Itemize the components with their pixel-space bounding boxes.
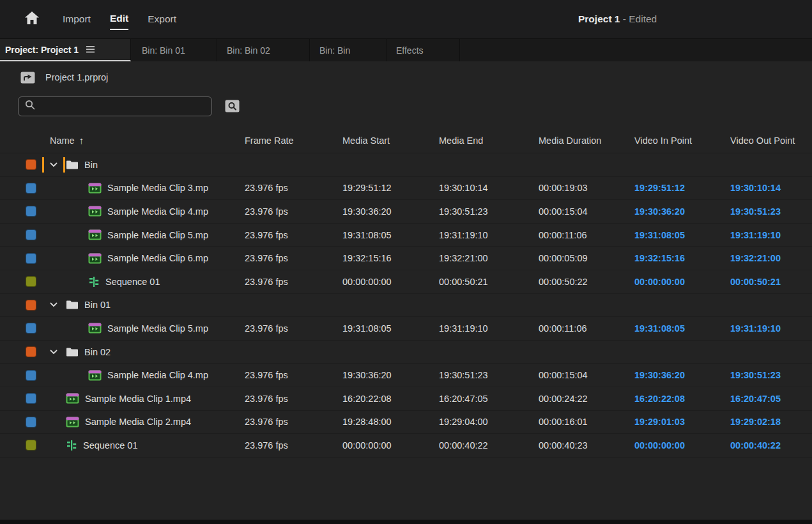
video-out-point-cell[interactable]: 00:00:40:22 [730, 440, 812, 451]
frame-rate-cell: 23.976 fps [245, 323, 342, 334]
clip-row[interactable]: Sample Media Clip 5.mp23.976 fps19:31:08… [0, 224, 812, 247]
column-header-media-start[interactable]: Media Start [342, 135, 439, 146]
column-header-video-in-point[interactable]: Video In Point [634, 135, 730, 146]
column-header-video-out-point[interactable]: Video Out Point [730, 135, 812, 146]
label-color-chip[interactable] [26, 300, 36, 311]
column-header-frame-rate[interactable]: Frame Rate [245, 135, 342, 146]
label-color-chip[interactable] [26, 346, 36, 357]
tab-bin-bin[interactable]: Bin: Bin [310, 39, 387, 61]
clip-row[interactable]: Sample Media Clip 1.mp423.976 fps16:20:2… [0, 387, 812, 411]
item-name[interactable]: Sample Media Clip 3.mp [107, 183, 208, 193]
tab-bin-bin-01[interactable]: Bin: Bin 01 [131, 39, 217, 61]
video-in-point-cell[interactable]: 19:32:15:16 [634, 253, 730, 263]
label-color-chip[interactable] [26, 440, 36, 451]
breadcrumb[interactable]: Project 1.prproj [45, 72, 108, 82]
label-color-chip[interactable] [26, 253, 36, 264]
bin-row[interactable]: Bin [0, 153, 812, 177]
video-in-point-cell[interactable]: 19:31:08:05 [634, 230, 730, 240]
item-name[interactable]: Sample Media Clip 4.mp [107, 206, 208, 217]
sequence-row[interactable]: Sequence 0123.976 fps00:00:00:0000:00:50… [0, 270, 812, 294]
bin-row[interactable]: Bin 01 [0, 294, 812, 318]
media-start-cell: 19:28:48:00 [342, 417, 439, 427]
item-name[interactable]: Sample Media Clip 1.mp4 [85, 394, 191, 404]
column-header-media-duration[interactable]: Media Duration [539, 135, 634, 146]
search-input[interactable] [40, 101, 205, 111]
tab-import[interactable]: Import [63, 10, 91, 29]
item-name[interactable]: Sample Media Clip 2.mp4 [85, 417, 191, 427]
panel-menu-icon[interactable] [86, 46, 95, 53]
label-color-chip[interactable] [26, 370, 36, 381]
video-out-point-cell[interactable]: 19:30:51:23 [730, 206, 812, 217]
video-in-point-cell[interactable]: 19:30:36:20 [634, 370, 730, 380]
clip-row[interactable]: Sample Media Clip 5.mp23.976 fps19:31:08… [0, 317, 812, 341]
item-name[interactable]: Bin 01 [84, 300, 111, 310]
clip-row[interactable]: Sample Media Clip 2.mp423.976 fps19:28:4… [0, 411, 812, 435]
tab-effects[interactable]: Effects [387, 39, 460, 61]
chevron-spacer [44, 274, 63, 289]
item-name[interactable]: Sample Media Clip 6.mp [107, 253, 208, 263]
premiere-window: Import Edit Export Project 1 - Edited Pr… [0, 0, 812, 524]
expand-chevron-icon[interactable] [44, 297, 63, 312]
video-in-point-cell[interactable]: 19:30:36:20 [634, 206, 730, 217]
video-in-point-cell[interactable]: 19:29:01:03 [634, 417, 730, 427]
clip-row[interactable]: Sample Media Clip 3.mp23.976 fps19:29:51… [0, 177, 812, 201]
label-color-chip[interactable] [26, 229, 36, 240]
tab-project-project-1[interactable]: Project: Project 1 [0, 39, 131, 61]
video-in-point-cell[interactable]: 19:31:08:05 [634, 323, 730, 334]
label-color-chip[interactable] [26, 183, 36, 194]
bin-row[interactable]: Bin 02 [0, 341, 812, 364]
expand-chevron-icon[interactable] [44, 157, 63, 173]
video-out-point-cell[interactable]: 19:30:51:23 [730, 370, 812, 380]
label-color-chip[interactable] [26, 417, 36, 428]
video-out-point-cell[interactable]: 16:20:47:05 [730, 394, 812, 404]
tab-export[interactable]: Export [148, 10, 176, 29]
media-start-cell: 19:32:15:16 [342, 253, 439, 263]
clip-row[interactable]: Sample Media Clip 4.mp23.976 fps19:30:36… [0, 364, 812, 387]
media-duration-cell: 00:00:40:23 [539, 440, 634, 451]
video-out-point-cell[interactable]: 19:31:19:10 [730, 323, 812, 334]
navigate-up-icon[interactable] [20, 72, 35, 84]
video-out-point-cell[interactable]: 19:32:21:00 [730, 253, 812, 263]
item-name[interactable]: Sequence 01 [105, 277, 160, 287]
item-name[interactable]: Sample Media Clip 5.mp [107, 323, 208, 334]
label-color-chip[interactable] [26, 159, 36, 170]
video-in-point-cell[interactable]: 00:00:00:00 [634, 440, 730, 451]
media-end-cell: 00:00:50:21 [439, 277, 539, 287]
video-out-point-cell[interactable]: 19:29:02:18 [730, 417, 812, 427]
tab-edit[interactable]: Edit [110, 9, 128, 30]
search-box[interactable] [18, 96, 212, 116]
panel-bottom-edge [0, 519, 812, 524]
video-out-point-cell[interactable]: 19:30:10:14 [730, 183, 812, 193]
name-cell: Sequence 01 [0, 274, 245, 289]
column-header-media-end[interactable]: Media End [439, 135, 539, 146]
video-out-point-cell[interactable]: 19:31:19:10 [730, 230, 812, 240]
document-title: Project 1 - Edited [578, 0, 657, 38]
home-icon [24, 11, 40, 27]
item-name[interactable]: Sample Media Clip 5.mp [107, 230, 208, 240]
find-in-bin-icon[interactable] [225, 100, 240, 112]
video-in-point-cell[interactable]: 16:20:22:08 [634, 394, 730, 404]
chevron-spacer [44, 227, 63, 243]
label-color-chip[interactable] [26, 206, 36, 217]
clip-row[interactable]: Sample Media Clip 4.mp23.976 fps19:30:36… [0, 200, 812, 224]
item-name[interactable]: Sample Media Clip 4.mp [107, 370, 208, 380]
home-button[interactable] [24, 12, 41, 27]
video-out-point-cell[interactable]: 00:00:50:21 [730, 277, 812, 287]
column-header-name[interactable]: Name ↑ [0, 135, 245, 146]
item-name[interactable]: Bin 02 [84, 347, 111, 357]
sequence-row[interactable]: Sequence 0123.976 fps00:00:00:0000:00:40… [0, 434, 812, 458]
item-name[interactable]: Bin [84, 160, 98, 170]
panel-tab-label: Bin: Bin [319, 45, 350, 56]
video-in-point-cell[interactable]: 19:29:51:12 [634, 183, 730, 193]
video-in-point-cell[interactable]: 00:00:00:00 [634, 277, 730, 287]
expand-chevron-icon[interactable] [44, 344, 63, 360]
label-color-chip[interactable] [26, 323, 36, 334]
media-end-cell: 19:32:21:00 [439, 253, 539, 263]
tab-bin-bin-02[interactable]: Bin: Bin 02 [217, 39, 310, 61]
clip-row[interactable]: Sample Media Clip 6.mp23.976 fps19:32:15… [0, 247, 812, 270]
label-color-chip[interactable] [26, 276, 36, 287]
frame-rate-cell: 23.976 fps [245, 417, 342, 427]
label-color-chip[interactable] [26, 393, 36, 404]
clip-icon [88, 323, 102, 334]
item-name[interactable]: Sequence 01 [83, 440, 137, 451]
